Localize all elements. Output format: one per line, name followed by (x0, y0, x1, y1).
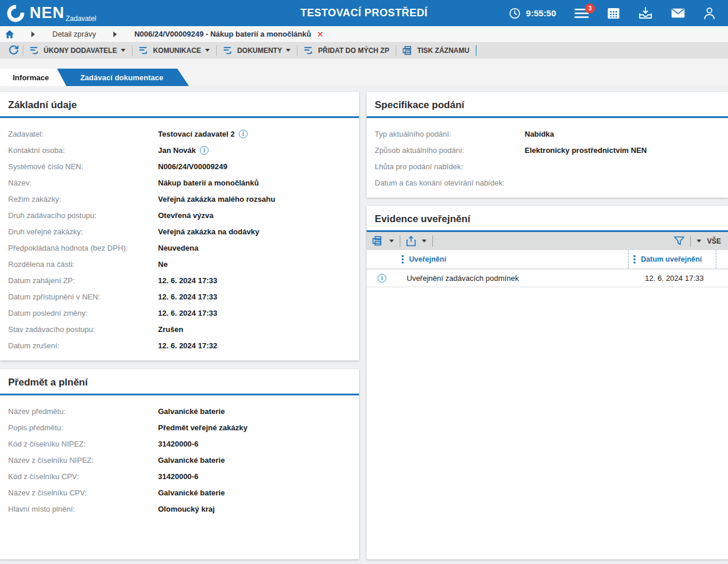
field-value: Veřejná zakázka na dodávky (158, 227, 259, 236)
field-row: Název z číselníku NIPEZ: Galvanické bate… (8, 452, 351, 468)
clock-icon (509, 8, 521, 19)
field-value: Zrušen (158, 325, 183, 334)
brand-name: NEN (30, 5, 64, 21)
breadcrumb-item-detail-zpravy[interactable]: Detail zprávy (52, 30, 96, 38)
field-value: 31420000-6 (158, 472, 198, 481)
session-clock: 9:55:50 (509, 8, 556, 19)
inbox-button[interactable] (639, 7, 652, 19)
column-drag-icon[interactable] (633, 255, 636, 264)
section-evidence-uverejneni: Evidence uveřejnění (367, 206, 728, 559)
nen-logo[interactable]: NEN Zadavatel (6, 3, 96, 23)
print-grid-button[interactable] (372, 236, 383, 246)
table-row[interactable]: i Uveřejnění zadávacích podmínek 12. 6. … (367, 269, 728, 287)
mail-envelope-icon (671, 8, 685, 18)
chevron-down-icon (286, 49, 291, 52)
section-predmet-a-plneni: Předmět a plnění Název předmětu: Galvani… (0, 369, 359, 559)
refresh-button[interactable] (5, 42, 23, 59)
field-row: Popis předmětu: Předmět veřejné zakázky (8, 419, 351, 436)
filter-all-button[interactable]: VŠE (707, 237, 721, 245)
field-value: Ne (158, 260, 168, 269)
tisk-zaznamu-label: TISK ZÁZNAMU (417, 47, 469, 55)
table-header-datum-uverejneni[interactable]: Datum uveřejnění (628, 250, 716, 269)
inbox-tray-icon (639, 7, 652, 19)
field-label: Typ aktuálního podání: (375, 130, 525, 138)
field-value: Galvanické baterie (158, 407, 225, 416)
close-icon[interactable]: ✕ (317, 30, 324, 39)
chevron-down-icon[interactable] (422, 240, 426, 242)
field-label: Kontaktní osoba: (8, 146, 158, 155)
table-header: Uveřejnění Datum uveřejnění (367, 250, 728, 269)
section-zakladni-udaje: Základní údaje Zadavatel: Testovací zada… (0, 92, 359, 360)
chevron-down-icon[interactable] (389, 240, 394, 242)
field-value: Testovací zadavatel 2 (158, 130, 235, 138)
ukony-dodavatele-button[interactable]: ÚKONY DODAVATELE (23, 42, 132, 59)
field-label: Datum zrušení: (8, 341, 158, 350)
toolbar-divider (476, 45, 476, 56)
field-value: Elektronicky prostřednictvím NEN (525, 146, 647, 155)
komunikace-label: KOMUNIKACE (153, 47, 201, 55)
breadcrumb: Detail zprávy N006/24/V00009249 - Nákup … (0, 26, 728, 42)
actions-list-icon (304, 46, 314, 55)
field-label: Hlavní místo plnění: (8, 505, 158, 513)
tisk-zaznamu-button[interactable]: TISK ZÁZNAMU (396, 42, 476, 59)
notifications-button[interactable]: 3 (575, 8, 589, 19)
pridat-do-mych-zp-label: PŘIDAT DO MÝCH ZP (318, 47, 389, 55)
export-button[interactable] (406, 236, 416, 247)
grid-toolbar: VŠE (367, 232, 728, 250)
printer-icon (403, 46, 413, 55)
cell-datum-uverejneni: 12. 6. 2024 17:33 (640, 274, 728, 283)
tab-zadavaci-dokumentace[interactable]: Zadávací dokumentace (50, 69, 189, 86)
column-drag-icon[interactable] (401, 255, 404, 264)
chevron-down-icon (121, 49, 125, 52)
field-value: Galvanické baterie (158, 456, 225, 465)
home-icon[interactable] (5, 30, 14, 38)
field-row: Kód z číselníku NIPEZ: 31420000-6 (8, 436, 351, 452)
mail-button[interactable] (671, 8, 685, 18)
section-title: Specifikace podání (367, 92, 728, 118)
field-value: 12. 6. 2024 17:33 (158, 276, 217, 285)
field-value: 12. 6. 2024 17:32 (158, 341, 217, 350)
field-row: Název z číselníku CPV: Galvanické bateri… (8, 484, 351, 501)
field-row: Systémové číslo NEN: N006/24/V00009249 (8, 158, 351, 174)
field-row: Název: Nákup baterií a monočlánků (8, 174, 351, 191)
chevron-down-icon[interactable] (697, 240, 701, 242)
brand-role: Zadavatel (66, 15, 96, 22)
field-label: Popis předmětu: (8, 423, 158, 432)
field-row: Datum zahájení ZP: 12. 6. 2024 17:33 (8, 272, 351, 288)
user-profile-button[interactable] (704, 7, 715, 19)
field-value: N006/24/V00009249 (158, 162, 227, 171)
field-row: Název předmětu: Galvanické baterie (8, 403, 351, 419)
section-title: Základní údaje (0, 92, 359, 118)
field-row: Datum a čas konání otevírání nabídek: (375, 174, 720, 191)
cell-uverejneni: Uveřejnění zadávacích podmínek (399, 274, 640, 283)
tab-informace[interactable]: Informace (0, 69, 66, 86)
user-icon (704, 7, 715, 19)
actions-list-icon (139, 46, 149, 55)
komunikace-button[interactable]: KOMUNIKACE (132, 42, 216, 59)
field-value: 12. 6. 2024 17:33 (158, 292, 217, 301)
calendar-button[interactable] (607, 8, 620, 19)
notification-badge: 3 (585, 3, 595, 13)
field-value: Nabídka (525, 130, 554, 138)
pridat-do-mych-zp-button[interactable]: PŘIDAT DO MÝCH ZP (297, 42, 395, 59)
field-value: Olomoucký kraj (158, 505, 215, 513)
actions-list-icon (30, 46, 40, 55)
tab-strip: Informace Zadávací dokumentace (0, 59, 728, 86)
filter-icon[interactable] (674, 236, 684, 246)
table-header-uverejneni[interactable]: Uveřejnění (399, 250, 628, 269)
field-value: Otevřená výzva (158, 211, 213, 220)
table-header-stub (716, 250, 728, 269)
field-row: Způsob aktuálního podání: Elektronicky p… (375, 142, 720, 158)
info-icon[interactable]: i (239, 130, 248, 138)
section-specifikace-podani: Specifikace podání Typ aktuálního podání… (367, 92, 728, 198)
field-row: Druh veřejné zakázky: Veřejná zakázka na… (8, 223, 351, 240)
field-label: Název předmětu: (8, 407, 158, 416)
info-icon[interactable]: i (200, 146, 209, 155)
grid-toolbar-divider (690, 235, 691, 247)
field-label: Datum zpřístupnění v NEN: (8, 292, 158, 301)
field-label: Název: (8, 179, 158, 187)
dokumenty-button[interactable]: DOKUMENTY (217, 42, 297, 59)
field-row: Datum zpřístupnění v NEN: 12. 6. 2024 17… (8, 288, 351, 305)
field-label: Systémové číslo NEN: (8, 162, 158, 171)
info-icon[interactable]: i (378, 274, 386, 283)
